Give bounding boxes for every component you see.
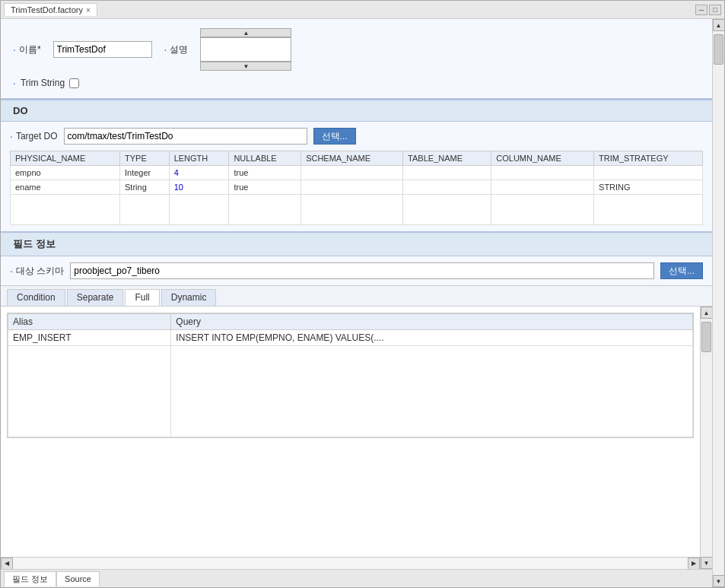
scroll-down-arrow[interactable]: ▼: [701, 557, 713, 569]
scroll-left-arrow[interactable]: ◀: [1, 558, 13, 570]
do-table-header-row: PHYSICAL_NAME TYPE LENGTH NULLABLE SCHEM…: [11, 151, 703, 166]
window-controls: ─ □: [695, 5, 721, 15]
tab-dynamic[interactable]: Dynamic: [161, 289, 217, 306]
cell-schema-name: [301, 180, 403, 195]
do-table: PHYSICAL_NAME TYPE LENGTH NULLABLE SCHEM…: [10, 151, 703, 225]
bottom-tab-source[interactable]: Source: [56, 571, 100, 586]
maximize-button[interactable]: □: [709, 5, 721, 15]
cell-length: 4: [169, 166, 229, 180]
tab-right-scrollbar: ▲ ▼: [700, 307, 712, 569]
form-section: · 이름* · 설명 ▲ ▼ ·: [1, 19, 712, 100]
cell-table-name: [403, 166, 491, 180]
desc-input[interactable]: [200, 37, 291, 62]
query-table-wrapper: Alias Query EMP_INSERT INSERT INTO EMP(E…: [7, 313, 694, 438]
col-table-name: TABLE_NAME: [403, 151, 491, 166]
target-do-row: · Target DO 선택...: [10, 128, 703, 145]
editor-tab-close[interactable]: ×: [86, 6, 91, 14]
query-row-empty: [8, 346, 693, 437]
bottom-tab-field[interactable]: 필드 정보: [4, 571, 56, 586]
col-query: Query: [171, 314, 693, 330]
tab-content-area: Alias Query EMP_INSERT INSERT INTO EMP(E…: [1, 307, 712, 569]
bottom-tabs: 필드 정보 Source: [1, 569, 712, 587]
main-right-scrollbar: ▲ ▼: [712, 19, 724, 587]
scroll-track-vertical[interactable]: [701, 319, 712, 557]
tab-content-wrapper: Alias Query EMP_INSERT INSERT INTO EMP(E…: [1, 307, 700, 569]
trim-string-label: Trim String: [21, 78, 65, 88]
scroll-right-arrow[interactable]: ▶: [688, 558, 700, 570]
main-scroll-down[interactable]: ▼: [713, 575, 725, 587]
do-section: DO · Target DO 선택... PHYSI: [1, 100, 712, 233]
cell-schema-name: [301, 166, 403, 180]
cell-type: String: [120, 180, 170, 195]
target-do-select-button[interactable]: 선택...: [313, 128, 356, 145]
cell-column-name: [491, 166, 594, 180]
main-scroll-up[interactable]: ▲: [713, 19, 725, 31]
table-row: ename String 10 true STRING: [11, 180, 703, 195]
minimize-button[interactable]: ─: [695, 5, 708, 15]
tabs-row: Condition Separate Full Dynamic: [1, 286, 712, 306]
trim-string-row: · Trim String: [13, 77, 700, 89]
col-schema-name: SCHEMA_NAME: [301, 151, 403, 166]
cell-trim-strategy: [594, 166, 703, 180]
cell-trim-strategy: STRING: [594, 180, 703, 195]
do-header: DO: [1, 100, 712, 122]
col-type: TYPE: [120, 151, 170, 166]
query-header-row: Alias Query: [8, 314, 693, 330]
target-do-input[interactable]: [64, 128, 307, 145]
cell-alias: EMP_INSERT: [8, 330, 171, 346]
title-bar-left: TrimTestDof.factory ×: [4, 3, 97, 16]
name-row: · 이름* · 설명 ▲ ▼: [13, 28, 700, 71]
cell-table-name: [403, 180, 491, 195]
tab-inner-content: Alias Query EMP_INSERT INSERT INTO EMP(E…: [1, 307, 700, 557]
main-scroll-thumb[interactable]: [714, 34, 723, 65]
do-table-body: empno Integer 4 true ename: [11, 166, 703, 225]
table-row-empty: [11, 195, 703, 225]
desc-label: · 설명: [164, 43, 189, 56]
trim-string-checkbox[interactable]: [69, 78, 79, 88]
cell-length: 10: [169, 180, 229, 195]
col-alias: Alias: [8, 314, 171, 330]
field-body: · 대상 스키마 선택...: [1, 256, 712, 286]
table-row: empno Integer 4 true: [11, 166, 703, 180]
target-do-label: · Target DO: [10, 130, 58, 142]
name-input[interactable]: [53, 41, 152, 58]
cell-physical-name: ename: [11, 180, 120, 195]
do-table-header: PHYSICAL_NAME TYPE LENGTH NULLABLE SCHEM…: [11, 151, 703, 166]
col-column-name: COLUMN_NAME: [491, 151, 594, 166]
field-header: 필드 정보: [1, 233, 712, 256]
query-table-body: EMP_INSERT INSERT INTO EMP(EMPNO, ENAME)…: [8, 330, 693, 437]
main-scroll-track[interactable]: [713, 31, 724, 575]
schema-row: · 대상 스키마 선택...: [10, 262, 703, 279]
horizontal-scrollbar: ◀ ▶: [1, 557, 700, 569]
col-nullable: NULLABLE: [229, 151, 301, 166]
query-row: EMP_INSERT INSERT INTO EMP(EMPNO, ENAME)…: [8, 330, 693, 346]
name-label: · 이름*: [13, 43, 41, 56]
tab-condition[interactable]: Condition: [7, 289, 65, 306]
scroll-up-arrow[interactable]: ▲: [701, 307, 713, 319]
schema-select-button[interactable]: 선택...: [660, 262, 703, 279]
cell-nullable: true: [229, 180, 301, 195]
cell-nullable: true: [229, 166, 301, 180]
tab-separate[interactable]: Separate: [67, 289, 124, 306]
desc-scroll-down[interactable]: ▼: [200, 62, 291, 71]
col-physical-name: PHYSICAL_NAME: [11, 151, 120, 166]
desc-wrapper: ▲ ▼: [200, 28, 291, 71]
cell-query: INSERT INTO EMP(EMPNO, ENAME) VALUES(...…: [171, 330, 693, 346]
query-table: Alias Query EMP_INSERT INSERT INTO EMP(E…: [8, 313, 693, 437]
col-trim-strategy: TRIM_STRATEGY: [594, 151, 703, 166]
cell-physical-name: empno: [11, 166, 120, 180]
cell-type: Integer: [120, 166, 170, 180]
schema-input[interactable]: [70, 262, 654, 279]
tab-full[interactable]: Full: [125, 289, 159, 306]
query-table-header: Alias Query: [8, 314, 693, 330]
do-body: · Target DO 선택... PHYSICAL_NAME TYPE LEN…: [1, 122, 712, 233]
editor-tab-label: TrimTestDof.factory: [11, 5, 83, 14]
schema-label: · 대상 스키마: [10, 265, 64, 278]
cell-column-name: [491, 180, 594, 195]
field-section: 필드 정보 · 대상 스키마 선택... Condition: [1, 233, 712, 569]
tabs-container: Condition Separate Full Dynamic: [1, 286, 712, 307]
editor-tab[interactable]: TrimTestDof.factory ×: [4, 3, 97, 16]
desc-scroll-up[interactable]: ▲: [200, 28, 291, 37]
scroll-thumb[interactable]: [701, 322, 711, 352]
scroll-track[interactable]: [13, 558, 688, 569]
